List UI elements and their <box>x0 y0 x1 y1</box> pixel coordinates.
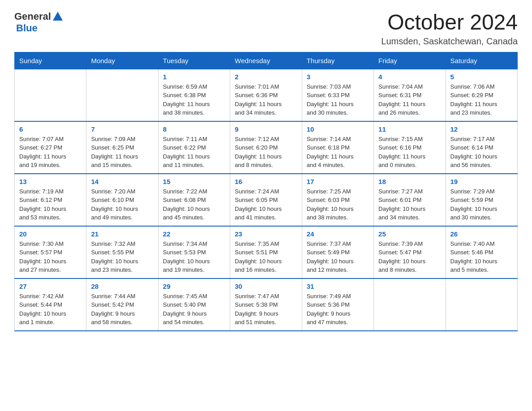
calendar-cell: 20Sunrise: 7:30 AM Sunset: 5:57 PM Dayli… <box>15 226 86 278</box>
day-info: Sunrise: 7:49 AM Sunset: 5:36 PM Dayligh… <box>307 292 369 327</box>
weekday-header-friday: Friday <box>374 52 446 69</box>
day-number: 11 <box>378 125 441 133</box>
calendar-cell: 6Sunrise: 7:07 AM Sunset: 6:27 PM Daylig… <box>15 121 86 174</box>
day-number: 14 <box>91 178 153 185</box>
calendar-cell: 26Sunrise: 7:40 AM Sunset: 5:46 PM Dayli… <box>446 226 517 278</box>
weekday-header-wednesday: Wednesday <box>230 52 302 69</box>
day-info: Sunrise: 7:20 AM Sunset: 6:10 PM Dayligh… <box>91 187 153 222</box>
calendar-cell: 8Sunrise: 7:11 AM Sunset: 6:22 PM Daylig… <box>158 121 230 174</box>
day-number: 23 <box>235 230 297 238</box>
day-info: Sunrise: 7:35 AM Sunset: 5:51 PM Dayligh… <box>235 240 297 274</box>
calendar-cell: 1Sunrise: 6:59 AM Sunset: 6:38 PM Daylig… <box>158 69 230 121</box>
day-number: 31 <box>307 283 369 290</box>
day-info: Sunrise: 7:12 AM Sunset: 6:20 PM Dayligh… <box>235 135 297 170</box>
day-number: 19 <box>450 178 513 185</box>
calendar-cell: 19Sunrise: 7:29 AM Sunset: 5:59 PM Dayli… <box>446 174 517 226</box>
day-number: 16 <box>235 178 297 185</box>
day-info: Sunrise: 7:04 AM Sunset: 6:31 PM Dayligh… <box>378 82 441 117</box>
day-info: Sunrise: 7:42 AM Sunset: 5:44 PM Dayligh… <box>19 292 82 327</box>
day-info: Sunrise: 7:37 AM Sunset: 5:49 PM Dayligh… <box>307 240 369 274</box>
calendar-cell: 3Sunrise: 7:03 AM Sunset: 6:33 PM Daylig… <box>302 69 373 121</box>
day-number: 7 <box>91 125 153 133</box>
day-number: 6 <box>19 125 82 133</box>
day-info: Sunrise: 7:09 AM Sunset: 6:25 PM Dayligh… <box>91 135 153 170</box>
day-info: Sunrise: 7:29 AM Sunset: 5:59 PM Dayligh… <box>450 187 513 222</box>
day-number: 3 <box>307 73 369 81</box>
calendar-week-2: 6Sunrise: 7:07 AM Sunset: 6:27 PM Daylig… <box>15 121 518 174</box>
calendar-cell <box>446 278 517 331</box>
day-number: 24 <box>307 230 369 238</box>
day-number: 17 <box>307 178 369 185</box>
calendar-cell <box>86 69 158 121</box>
day-number: 9 <box>235 125 297 133</box>
day-number: 22 <box>163 230 225 238</box>
day-number: 18 <box>378 178 441 185</box>
day-info: Sunrise: 7:22 AM Sunset: 6:08 PM Dayligh… <box>163 187 225 222</box>
weekday-header-thursday: Thursday <box>302 52 373 69</box>
day-number: 8 <box>163 125 225 133</box>
calendar-week-5: 27Sunrise: 7:42 AM Sunset: 5:44 PM Dayli… <box>15 278 518 331</box>
logo-arrow-icon <box>53 12 63 22</box>
calendar-cell: 28Sunrise: 7:44 AM Sunset: 5:42 PM Dayli… <box>86 278 158 331</box>
day-number: 20 <box>19 230 82 238</box>
day-info: Sunrise: 7:32 AM Sunset: 5:55 PM Dayligh… <box>91 240 153 274</box>
calendar-cell: 5Sunrise: 7:06 AM Sunset: 6:29 PM Daylig… <box>446 69 517 121</box>
logo-blue-text: Blue <box>16 22 38 34</box>
calendar-cell: 4Sunrise: 7:04 AM Sunset: 6:31 PM Daylig… <box>374 69 446 121</box>
calendar-cell: 11Sunrise: 7:15 AM Sunset: 6:16 PM Dayli… <box>374 121 446 174</box>
day-number: 21 <box>91 230 153 238</box>
logo-general-text: General <box>14 11 51 22</box>
day-info: Sunrise: 7:44 AM Sunset: 5:42 PM Dayligh… <box>91 292 153 327</box>
calendar-cell: 30Sunrise: 7:47 AM Sunset: 5:38 PM Dayli… <box>230 278 302 331</box>
title-block: October 2024 Lumsden, Saskatchewan, Cana… <box>381 11 518 47</box>
calendar-cell <box>15 69 86 121</box>
day-info: Sunrise: 7:19 AM Sunset: 6:12 PM Dayligh… <box>19 187 82 222</box>
calendar-cell: 29Sunrise: 7:45 AM Sunset: 5:40 PM Dayli… <box>158 278 230 331</box>
calendar-week-3: 13Sunrise: 7:19 AM Sunset: 6:12 PM Dayli… <box>15 174 518 226</box>
calendar-cell: 10Sunrise: 7:14 AM Sunset: 6:18 PM Dayli… <box>302 121 373 174</box>
day-number: 13 <box>19 178 82 185</box>
day-info: Sunrise: 6:59 AM Sunset: 6:38 PM Dayligh… <box>163 82 225 117</box>
calendar-cell: 15Sunrise: 7:22 AM Sunset: 6:08 PM Dayli… <box>158 174 230 226</box>
calendar-cell: 12Sunrise: 7:17 AM Sunset: 6:14 PM Dayli… <box>446 121 517 174</box>
svg-marker-0 <box>53 12 63 21</box>
day-number: 5 <box>450 73 513 81</box>
calendar-cell: 22Sunrise: 7:34 AM Sunset: 5:53 PM Dayli… <box>158 226 230 278</box>
day-info: Sunrise: 7:24 AM Sunset: 6:05 PM Dayligh… <box>235 187 297 222</box>
calendar-cell: 14Sunrise: 7:20 AM Sunset: 6:10 PM Dayli… <box>86 174 158 226</box>
day-info: Sunrise: 7:06 AM Sunset: 6:29 PM Dayligh… <box>450 82 513 117</box>
calendar-cell: 16Sunrise: 7:24 AM Sunset: 6:05 PM Dayli… <box>230 174 302 226</box>
day-number: 30 <box>235 283 297 290</box>
day-info: Sunrise: 7:01 AM Sunset: 6:36 PM Dayligh… <box>235 82 297 117</box>
calendar-cell: 31Sunrise: 7:49 AM Sunset: 5:36 PM Dayli… <box>302 278 373 331</box>
calendar-week-1: 1Sunrise: 6:59 AM Sunset: 6:38 PM Daylig… <box>15 69 518 121</box>
day-info: Sunrise: 7:27 AM Sunset: 6:01 PM Dayligh… <box>378 187 441 222</box>
day-info: Sunrise: 7:15 AM Sunset: 6:16 PM Dayligh… <box>378 135 441 170</box>
day-number: 26 <box>450 230 513 238</box>
weekday-header-sunday: Sunday <box>15 52 86 69</box>
day-info: Sunrise: 7:07 AM Sunset: 6:27 PM Dayligh… <box>19 135 82 170</box>
day-info: Sunrise: 7:17 AM Sunset: 6:14 PM Dayligh… <box>450 135 513 170</box>
day-number: 29 <box>163 283 225 290</box>
calendar-cell: 18Sunrise: 7:27 AM Sunset: 6:01 PM Dayli… <box>374 174 446 226</box>
calendar-cell: 24Sunrise: 7:37 AM Sunset: 5:49 PM Dayli… <box>302 226 373 278</box>
day-info: Sunrise: 7:11 AM Sunset: 6:22 PM Dayligh… <box>163 135 225 170</box>
calendar-cell: 2Sunrise: 7:01 AM Sunset: 6:36 PM Daylig… <box>230 69 302 121</box>
calendar-cell <box>374 278 446 331</box>
day-info: Sunrise: 7:34 AM Sunset: 5:53 PM Dayligh… <box>163 240 225 274</box>
day-info: Sunrise: 7:40 AM Sunset: 5:46 PM Dayligh… <box>450 240 513 274</box>
month-title: October 2024 <box>381 11 518 34</box>
day-number: 2 <box>235 73 297 81</box>
day-info: Sunrise: 7:14 AM Sunset: 6:18 PM Dayligh… <box>307 135 369 170</box>
calendar-cell: 23Sunrise: 7:35 AM Sunset: 5:51 PM Dayli… <box>230 226 302 278</box>
calendar-cell: 25Sunrise: 7:39 AM Sunset: 5:47 PM Dayli… <box>374 226 446 278</box>
day-number: 25 <box>378 230 441 238</box>
location-title: Lumsden, Saskatchewan, Canada <box>381 36 518 47</box>
day-info: Sunrise: 7:25 AM Sunset: 6:03 PM Dayligh… <box>307 187 369 222</box>
calendar-cell: 7Sunrise: 7:09 AM Sunset: 6:25 PM Daylig… <box>86 121 158 174</box>
day-number: 1 <box>163 73 225 81</box>
logo: General Blue <box>14 11 63 34</box>
day-info: Sunrise: 7:47 AM Sunset: 5:38 PM Dayligh… <box>235 292 297 327</box>
weekday-header-saturday: Saturday <box>446 52 517 69</box>
day-info: Sunrise: 7:45 AM Sunset: 5:40 PM Dayligh… <box>163 292 225 327</box>
